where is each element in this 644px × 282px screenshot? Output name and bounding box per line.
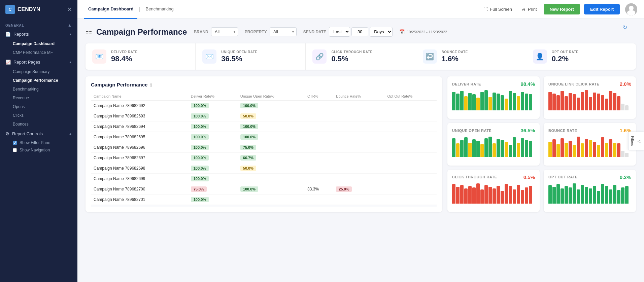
chart-bar: [488, 137, 492, 157]
stat-value-2: 0.5%: [331, 55, 372, 63]
sidebar-subitem-revenue[interactable]: Revenue: [0, 94, 77, 102]
cell-unique-open-rate: 50.0%: [238, 163, 305, 174]
sidebar-subitem-campaign-summary[interactable]: Campaign Summary: [0, 67, 77, 76]
new-report-button[interactable]: New Report: [544, 4, 580, 14]
report-controls-chevron: ▲: [69, 132, 72, 136]
cell-opt-out-rate: [385, 163, 437, 174]
chart-bar: [617, 96, 620, 110]
table-panel: Campaign Performance ℹ Campaign Name Del…: [86, 76, 442, 212]
stat-label-1: UNIQUE OPEN RATE: [221, 50, 257, 54]
send-date-period-select[interactable]: Last: [329, 27, 350, 37]
cell-unique-open-rate: 66.7%: [238, 153, 305, 163]
chart-bar: [509, 186, 512, 204]
cell-ctr: [305, 121, 333, 132]
col-campaign-name: Campaign Name: [91, 92, 188, 101]
sidebar-subitem-benchmarking[interactable]: Benchmarking: [0, 85, 77, 94]
chart-bar: [488, 187, 492, 204]
tab-benchmarking[interactable]: Benchmarking: [142, 0, 178, 19]
cell-bounce-rate: 25.0%: [333, 184, 384, 195]
sidebar-subitem-campaign-dashboard[interactable]: Campaign Dashboard: [0, 39, 77, 48]
send-date-num-input[interactable]: [351, 27, 368, 36]
chart-bar: [513, 93, 516, 110]
chart-bar: [472, 94, 476, 110]
info-icon[interactable]: ℹ: [150, 82, 152, 87]
close-icon[interactable]: ✕: [67, 6, 72, 13]
chart-bar: [525, 140, 528, 157]
cell-deliver-rate: 100.0%: [188, 163, 238, 174]
sidebar-subitem-bounces[interactable]: Bounces: [0, 120, 77, 129]
sidebar-subitem-campaign-performance[interactable]: Campaign Performance: [0, 76, 77, 85]
col-unique-open-rate: Unique Open Rate%: [238, 92, 305, 101]
cell-unique-open-rate: 100.0%: [238, 184, 305, 195]
filters-tab[interactable]: ◁ Filters: [628, 132, 644, 150]
property-select[interactable]: All: [270, 27, 297, 36]
chart-bar: [501, 95, 504, 110]
stat-icon-0: 📧: [92, 49, 106, 64]
chart-bar: [484, 90, 488, 110]
date-range-display: 📅 10/25/2022 - 11/23/2022: [399, 29, 447, 34]
svg-point-1: [629, 6, 634, 10]
logo-text: CENDYN: [18, 6, 40, 12]
chart-bar: [613, 93, 616, 110]
filter-bar-title: ⚏ Campaign Performance: [86, 27, 187, 37]
chart-bar: [556, 144, 560, 157]
sidebar-subitem-cmp-performance[interactable]: CMP Performance MF: [0, 48, 77, 57]
fullscreen-button[interactable]: ⛶ Full Screen: [481, 5, 515, 13]
chart-bar: [585, 187, 588, 204]
sidebar-subitem-opens[interactable]: Opens: [0, 102, 77, 111]
reports-label: Reports: [13, 32, 29, 37]
chart-bar: [589, 97, 592, 110]
chart-bar: [621, 151, 624, 157]
show-filter-pane-checkbox[interactable]: [13, 141, 17, 145]
cell-unique-open-rate: [238, 195, 305, 205]
report-pages-label: Report Pages: [13, 60, 40, 65]
chart-card-1: UNIQUE LINK CLICK RATE 2.0%: [544, 76, 636, 119]
chart-bar: [521, 190, 524, 204]
chart-bar: [609, 189, 612, 204]
edit-report-button[interactable]: Edit Report: [584, 4, 620, 14]
col-bounce-rate: Bounce Rate%: [333, 92, 384, 101]
chart-bars-4: [452, 183, 535, 204]
refresh-icon[interactable]: ↻: [623, 24, 627, 31]
chart-value-2: 36.5%: [520, 128, 535, 133]
brand-select[interactable]: All: [211, 27, 238, 36]
chart-bar: [521, 92, 524, 110]
tab-campaign-dashboard[interactable]: Campaign Dashboard: [84, 0, 137, 19]
stat-value-1: 36.5%: [221, 55, 257, 63]
chart-card-header-2: UNIQUE OPEN RATE 36.5%: [452, 128, 535, 133]
charts-panel: DELIVER RATE 98.4% UNIQUE LINK CLICK RAT…: [447, 76, 636, 212]
chart-bar: [597, 145, 600, 157]
chart-value-4: 0.5%: [523, 174, 535, 180]
total-unique-open: 36.5%: [238, 205, 305, 207]
cell-deliver-rate: 100.0%: [188, 111, 238, 121]
table-row: Campaign Name 789682696 100.0% 75.0%: [91, 142, 437, 153]
chart-bar: [548, 142, 552, 157]
cell-ctr: [305, 153, 333, 163]
chart-bar: [613, 185, 616, 204]
chart-bar: [521, 138, 524, 157]
table-row: Campaign Name 789682695 100.0% 100.0%: [91, 132, 437, 142]
chart-label-2: UNIQUE OPEN RATE: [452, 129, 492, 133]
sidebar: C CENDYN ✕ GENERAL ▲ 📄 Reports ▲ Campaig…: [0, 0, 77, 282]
chart-bar: [556, 95, 560, 110]
sidebar-subitem-clicks[interactable]: Clicks: [0, 111, 77, 120]
table-row: Campaign Name 789682694 100.0% 100.0%: [91, 121, 437, 132]
sidebar-item-reports[interactable]: 📄 Reports ▲: [0, 29, 77, 39]
stat-label-0: DELIVER RATE: [111, 50, 138, 54]
send-date-unit-select[interactable]: Days: [370, 27, 393, 37]
avatar[interactable]: [625, 3, 637, 15]
chart-bar: [525, 94, 528, 110]
chart-bar: [505, 142, 508, 157]
chart-bar: [573, 145, 576, 157]
sidebar-item-report-pages[interactable]: 📈 Report Pages ▲: [0, 57, 77, 67]
print-button[interactable]: 🖨 Print: [519, 5, 540, 13]
chart-card-header-5: OPT OUT RATE 0.2%: [548, 174, 631, 180]
chart-bar: [513, 189, 516, 204]
sidebar-item-report-controls[interactable]: ⚙ Report Controls ▲: [0, 129, 77, 139]
show-navigation-checkbox[interactable]: [13, 148, 17, 152]
general-toggle[interactable]: ▲: [68, 23, 72, 28]
table-scroll[interactable]: Campaign Name Deliver Rate% Unique Open …: [91, 92, 437, 207]
cell-unique-open-rate: [238, 174, 305, 184]
chart-bar: [468, 93, 472, 110]
cell-opt-out-rate: [385, 174, 437, 184]
